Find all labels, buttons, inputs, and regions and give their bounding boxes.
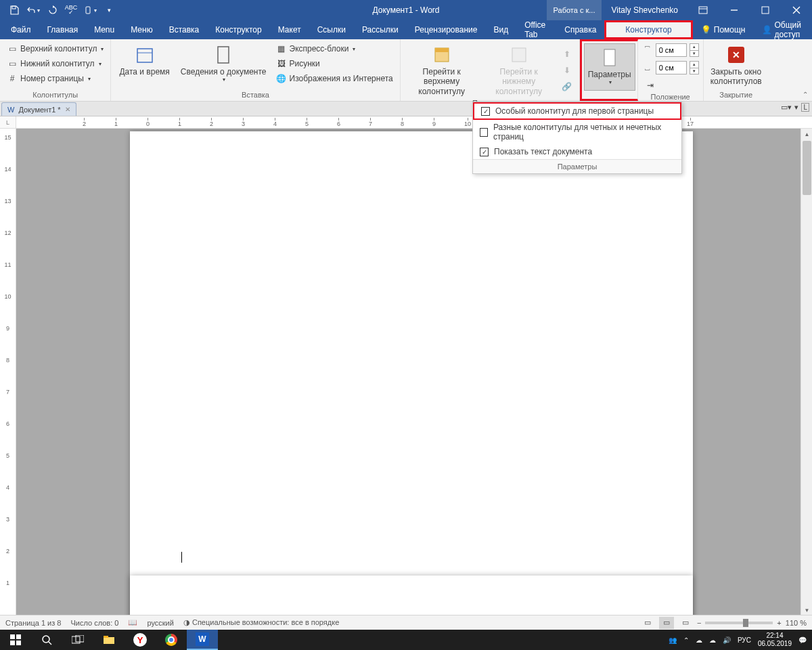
tabs-menu-icon[interactable]: ▾ xyxy=(794,103,798,112)
footer-from-bottom[interactable]: ⎵▲▼ xyxy=(642,60,699,75)
yandex-icon[interactable]: Y xyxy=(125,630,156,650)
menu-menu-en[interactable]: Menu xyxy=(86,20,122,39)
goto-footer-button[interactable]: Перейти к нижнему колонтитулу xyxy=(482,41,556,99)
document-area[interactable]: Нижний колонтитул первой страницы xyxy=(16,129,812,616)
checkbox-icon[interactable] xyxy=(480,128,488,137)
notification-icon[interactable]: 💬 xyxy=(798,636,807,644)
checkbox-icon[interactable]: ✓ xyxy=(481,107,490,116)
print-layout-icon[interactable]: ▭ xyxy=(659,617,674,629)
zoom-level[interactable]: 110 % xyxy=(786,619,807,627)
menu-mailings[interactable]: Рассылки xyxy=(354,20,407,39)
menu-home[interactable]: Главная xyxy=(39,20,87,39)
people-icon[interactable]: 👥 xyxy=(669,636,677,644)
menu-file[interactable]: Файл xyxy=(3,20,39,39)
page-number-button[interactable]: #Номер страницы▾ xyxy=(4,71,106,86)
menu-design[interactable]: Конструктор xyxy=(207,20,269,39)
undo-icon[interactable]: ▾ xyxy=(24,1,42,19)
header-top-input[interactable] xyxy=(656,43,687,57)
onedrive-icon[interactable]: ☁ xyxy=(696,636,702,644)
onedrive2-icon[interactable]: ☁ xyxy=(709,636,716,644)
tray-expand-icon[interactable]: ⌃ xyxy=(683,636,689,644)
menu-insert[interactable]: Вставка xyxy=(161,20,208,39)
svg-rect-16 xyxy=(16,634,21,639)
close-header-footer-button[interactable]: ✕Закрыть окно колонтитулов xyxy=(708,41,765,89)
ribbon-display-icon[interactable] xyxy=(687,0,719,20)
opt-first-page-different[interactable]: ✓Особый колонтитул для первой страницы xyxy=(473,102,681,120)
horizontal-ruler[interactable]: L 2101234567891011121314151617 xyxy=(0,116,812,129)
zoom-slider[interactable] xyxy=(705,622,773,624)
status-accessibility[interactable]: ◑ Специальные возможности: все в порядке xyxy=(183,618,339,627)
status-spell-icon[interactable]: 📖 xyxy=(128,618,137,627)
vertical-ruler[interactable]: 123456789101112131415 xyxy=(0,129,16,616)
spinner[interactable]: ▲▼ xyxy=(690,43,699,57)
date-time-button[interactable]: Дата и время xyxy=(115,41,173,86)
new-doc-icon[interactable]: ▭▾ xyxy=(781,103,792,112)
qat-customize-icon[interactable]: ▾ xyxy=(100,1,118,19)
redo-icon[interactable] xyxy=(43,1,61,19)
language-indicator[interactable]: РУС xyxy=(738,636,751,644)
maximize-icon[interactable] xyxy=(750,0,781,20)
zoom-in-icon[interactable]: + xyxy=(777,619,781,627)
volume-icon[interactable]: 🔊 xyxy=(723,636,731,644)
scroll-thumb[interactable] xyxy=(803,141,811,195)
share-button[interactable]: 👤Общий доступ xyxy=(754,20,810,39)
prev-section-button[interactable]: ⬆ xyxy=(559,47,575,62)
next-section-button[interactable]: ⬇ xyxy=(559,63,575,78)
menu-view[interactable]: Вид xyxy=(485,20,516,39)
scroll-up-icon[interactable]: ▲ xyxy=(801,129,812,140)
svg-rect-8 xyxy=(137,49,152,62)
insert-align-tab[interactable]: ⇥ xyxy=(642,78,699,93)
status-words[interactable]: Число слов: 0 xyxy=(70,619,118,627)
minimize-icon[interactable] xyxy=(719,0,750,20)
tell-me[interactable]: 💡Помощн xyxy=(693,20,754,39)
header-button[interactable]: ▭Верхний колонтитул▾ xyxy=(4,41,106,56)
page-2[interactable] xyxy=(130,576,693,616)
header-from-top[interactable]: ⎴▲▼ xyxy=(642,43,699,58)
web-layout-icon[interactable]: ▭ xyxy=(678,617,693,629)
menu-help[interactable]: Справка xyxy=(556,20,604,39)
online-pictures-button[interactable]: 🌐Изображения из Интернета xyxy=(273,71,396,86)
menu-menu-ru[interactable]: Меню xyxy=(122,20,160,39)
read-mode-icon[interactable]: ▭ xyxy=(640,617,655,629)
goto-header-button[interactable]: Перейти к верхнему колонтитулу xyxy=(405,41,479,99)
checkbox-icon[interactable]: ✓ xyxy=(480,148,489,156)
document-tab[interactable]: WДокумент1 *✕ xyxy=(1,102,76,116)
menu-layout[interactable]: Макет xyxy=(270,20,309,39)
link-section-button[interactable]: 🔗 xyxy=(559,79,575,94)
chrome-icon[interactable] xyxy=(156,630,187,650)
menu-review[interactable]: Рецензирование xyxy=(407,20,486,39)
vertical-scrollbar[interactable]: ▲ ▼ xyxy=(800,129,812,616)
close-tab-icon[interactable]: ✕ xyxy=(65,106,70,113)
touch-mode-icon[interactable]: ▾ xyxy=(81,1,99,19)
opt-odd-even-different[interactable]: Разные колонтитулы для четных и нечетных… xyxy=(473,120,681,144)
close-icon[interactable] xyxy=(781,0,812,20)
word-icon[interactable]: W xyxy=(187,630,218,650)
tab-selector-icon[interactable]: L xyxy=(0,116,16,128)
explorer-icon[interactable] xyxy=(93,630,125,650)
footer-bottom-input[interactable] xyxy=(656,61,687,74)
save-icon[interactable] xyxy=(5,1,23,19)
menu-references[interactable]: Ссылки xyxy=(309,20,354,39)
start-icon[interactable] xyxy=(0,630,31,650)
parameters-button[interactable]: Параметры▾ xyxy=(584,43,635,91)
quick-parts-button[interactable]: ▦Экспресс-блоки▾ xyxy=(273,41,396,56)
task-view-icon[interactable] xyxy=(62,630,93,650)
status-page[interactable]: Страница 1 из 8 xyxy=(5,619,61,627)
ribbon: ▭Верхний колонтитул▾ ▭Нижний колонтитул▾… xyxy=(0,39,812,102)
page-1[interactable]: Нижний колонтитул первой страницы xyxy=(130,131,693,616)
search-icon[interactable] xyxy=(31,630,62,650)
zoom-out-icon[interactable]: − xyxy=(697,619,701,627)
spellcheck-icon[interactable]: ABC✓ xyxy=(62,1,80,19)
ruler-toggle-icon[interactable]: L xyxy=(801,103,809,112)
menu-officetab[interactable]: Office Tab xyxy=(516,20,556,39)
opt-show-doc-text[interactable]: ✓Показать текст документа xyxy=(473,144,681,159)
status-language[interactable]: русский xyxy=(147,619,173,627)
pictures-button[interactable]: 🖼Рисунки xyxy=(273,56,396,71)
spinner[interactable]: ▲▼ xyxy=(690,61,699,74)
footer-button[interactable]: ▭Нижний колонтитул▾ xyxy=(4,56,106,71)
user-name[interactable]: Vitaly Shevchenko xyxy=(602,5,687,15)
clock[interactable]: 22:1406.05.2019 xyxy=(758,632,792,648)
menu-constructor[interactable]: Конструктор xyxy=(604,20,692,39)
doc-info-button[interactable]: Сведения о документе▾ xyxy=(177,41,271,86)
collapse-ribbon-icon[interactable]: ⌃ xyxy=(803,91,808,98)
